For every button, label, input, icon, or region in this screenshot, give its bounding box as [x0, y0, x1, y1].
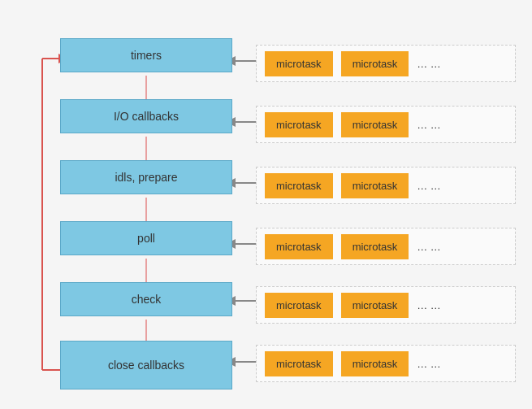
phase-timers: timers — [60, 38, 232, 72]
microtask-box-2: microtask — [341, 51, 409, 76]
microtask-row-check: microtask microtask … … — [256, 286, 516, 324]
microtask-row-close: microtask microtask … … — [256, 345, 516, 382]
microtask-box-2: microtask — [341, 351, 409, 376]
microtask-row-timers: microtask microtask … … — [256, 45, 516, 82]
microtask-ellipsis: … … — [417, 299, 441, 311]
phase-close-callbacks: close callbacks — [60, 341, 232, 389]
microtask-box-2: microtask — [341, 173, 409, 198]
phase-io-callbacks: I/O callbacks — [60, 99, 232, 133]
microtask-ellipsis: … … — [417, 180, 441, 192]
microtask-box-2: microtask — [341, 293, 409, 318]
microtask-box-1: microtask — [265, 351, 333, 376]
microtask-box-2: microtask — [341, 234, 409, 259]
event-loop-diagram: timers I/O callbacks idls, prepare poll … — [0, 0, 532, 409]
microtask-ellipsis: … … — [417, 119, 441, 131]
phase-poll: poll — [60, 221, 232, 255]
microtask-row-io: microtask microtask … … — [256, 106, 516, 143]
microtask-box-1: microtask — [265, 293, 333, 318]
microtask-box-1: microtask — [265, 173, 333, 198]
microtask-ellipsis: … … — [417, 58, 441, 70]
microtask-box-1: microtask — [265, 234, 333, 259]
microtask-row-idls: microtask microtask … … — [256, 167, 516, 204]
microtask-box-1: microtask — [265, 112, 333, 137]
microtask-row-poll: microtask microtask … … — [256, 228, 516, 265]
phase-idls-prepare: idls, prepare — [60, 160, 232, 194]
phase-check: check — [60, 282, 232, 316]
microtask-box-1: microtask — [265, 51, 333, 76]
microtask-box-2: microtask — [341, 112, 409, 137]
microtask-ellipsis: … … — [417, 358, 441, 370]
microtask-ellipsis: … … — [417, 241, 441, 253]
